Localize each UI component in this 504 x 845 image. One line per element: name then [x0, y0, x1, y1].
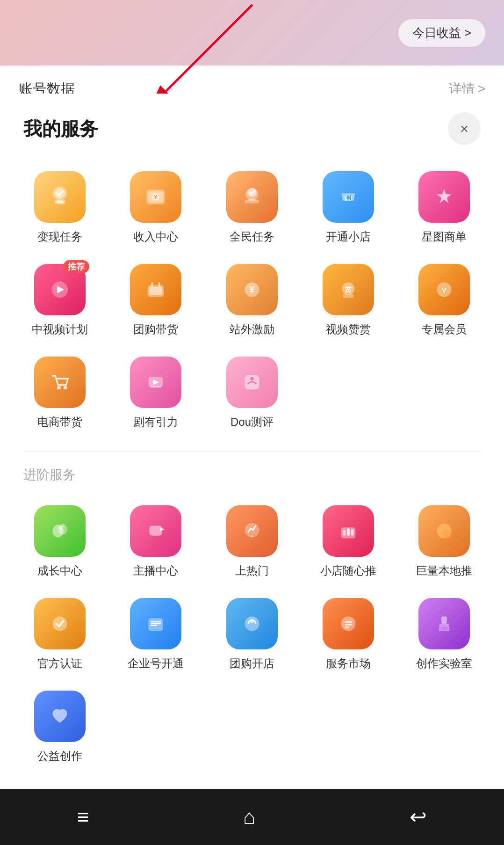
dou-review-icon	[226, 357, 278, 408]
service-item-star-order[interactable]: 星图商单	[398, 164, 490, 252]
bottom-nav: ≡ ⌂ ↩	[0, 789, 504, 845]
svg-point-56	[440, 626, 447, 630]
svg-point-50	[250, 619, 254, 623]
service-item-video-reward[interactable]: 赏视频赞赏	[302, 256, 394, 344]
service-market-icon	[323, 598, 374, 649]
star-order-label: 星图商单	[422, 229, 467, 244]
svg-rect-37	[150, 525, 162, 535]
back-button[interactable]: ↩	[410, 807, 427, 827]
shop-push-label: 小店随心推	[320, 563, 376, 578]
ecom-carry-icon	[34, 357, 86, 408]
service-item-mid-video[interactable]: 推荐中视频计划	[14, 256, 106, 344]
svg-point-32	[250, 377, 254, 380]
ecom-carry-label: 电商带货	[37, 415, 82, 430]
svg-rect-43	[347, 528, 350, 535]
service-item-drama-power[interactable]: 剧有引力	[110, 349, 202, 437]
exclusive-vip-label: 专属会员	[422, 322, 467, 337]
service-item-group-buy[interactable]: 团购带货	[110, 256, 202, 344]
section-divider	[23, 451, 481, 452]
svg-text:¥: ¥	[154, 194, 158, 200]
svg-text:V: V	[442, 287, 446, 294]
service-item-exclusive-vip[interactable]: V专属会员	[398, 256, 490, 344]
service-item-growth-center[interactable]: 成长中心	[14, 498, 106, 586]
svg-point-35	[59, 527, 62, 530]
service-item-enterprise[interactable]: 企业号开通	[110, 590, 202, 678]
income-center-label: 收入中心	[133, 229, 178, 244]
close-button[interactable]: ×	[448, 112, 481, 145]
svg-point-46	[442, 529, 451, 538]
enterprise-icon	[130, 598, 181, 649]
service-market-label: 服务市场	[326, 656, 371, 671]
svg-rect-11	[245, 200, 259, 204]
modal-panel: 我的服务 × 变现任务¥收入中心全民任务创开通小店星图商单推荐中视频计划团购带货…	[0, 94, 504, 789]
income-center-icon: ¥	[130, 171, 181, 223]
open-shop-icon: 创	[323, 171, 374, 223]
service-item-trending[interactable]: +上热门	[206, 498, 298, 586]
home-icon: ⌂	[243, 807, 256, 827]
modal-title: 我的服务	[23, 116, 98, 142]
svg-marker-38	[160, 527, 165, 531]
menu-button[interactable]: ≡	[77, 807, 89, 827]
growth-center-icon	[34, 505, 86, 557]
dou-review-label: Dou测评	[230, 415, 274, 430]
public-create-icon	[34, 691, 86, 742]
group-open-label: 团购开店	[230, 656, 274, 671]
svg-point-34	[58, 524, 67, 535]
svg-text:赏: 赏	[345, 285, 352, 293]
svg-rect-53	[345, 624, 352, 626]
svg-text:创: 创	[345, 195, 351, 201]
mid-video-icon: 推荐	[34, 264, 86, 315]
today-earnings-button[interactable]: 今日收益 >	[398, 19, 485, 47]
top-bar: 今日收益 >	[0, 0, 504, 66]
service-item-public-create[interactable]: 公益创作	[14, 683, 106, 771]
group-buy-icon	[130, 264, 181, 315]
service-item-shop-push[interactable]: 小店随心推	[302, 498, 394, 586]
advanced-services-grid: 成长中心主播中心+上热门小店随心推巨量本地推官方认证企业号开通团购开店服务市场创…	[0, 488, 504, 780]
service-item-create-lab[interactable]: 创作实验室	[398, 590, 490, 678]
enterprise-label: 企业号开通	[128, 656, 184, 671]
svg-point-27	[64, 386, 67, 390]
trending-icon: +	[226, 505, 278, 557]
service-item-local-push[interactable]: 巨量本地推	[398, 498, 490, 586]
exclusive-vip-icon: V	[418, 264, 470, 315]
svg-point-47	[52, 617, 67, 631]
growth-center-label: 成长中心	[37, 563, 82, 578]
svg-rect-48	[149, 618, 163, 631]
mid-video-label: 中视频计划	[32, 322, 88, 337]
service-item-cash-task[interactable]: 变现任务	[14, 164, 106, 252]
service-item-anchor-center[interactable]: 主播中心	[110, 498, 202, 586]
back-icon: ↩	[410, 807, 427, 827]
svg-rect-44	[351, 529, 353, 536]
svg-point-49	[245, 617, 259, 631]
all-task-icon	[226, 171, 278, 223]
official-cert-icon	[34, 598, 86, 649]
service-item-open-shop[interactable]: 创开通小店	[302, 164, 394, 252]
outside-incentive-label: 站外激励	[230, 322, 274, 337]
svg-text:¥: ¥	[249, 284, 255, 295]
service-item-dou-review[interactable]: Dou测评	[206, 349, 298, 437]
shop-push-icon	[323, 505, 374, 557]
svg-rect-23	[343, 294, 353, 298]
svg-rect-30	[151, 386, 161, 388]
open-shop-label: 开通小店	[326, 229, 371, 244]
service-item-official-cert[interactable]: 官方认证	[14, 590, 106, 678]
drama-power-label: 剧有引力	[133, 415, 178, 430]
svg-text:+: +	[251, 534, 253, 539]
service-item-all-task[interactable]: 全民任务	[206, 164, 298, 252]
service-item-group-open[interactable]: 团购开店	[206, 590, 298, 678]
service-item-outside-incentive[interactable]: ¥站外激励	[206, 256, 298, 344]
svg-point-26	[57, 386, 61, 390]
svg-rect-18	[150, 287, 162, 295]
mid-video-badge: 推荐	[63, 260, 89, 273]
service-item-ecom-carry[interactable]: 电商带货	[14, 349, 106, 437]
advanced-section-label: 进阶服务	[0, 457, 504, 488]
service-item-income-center[interactable]: ¥收入中心	[110, 164, 202, 252]
outside-incentive-icon: ¥	[226, 264, 278, 315]
svg-rect-42	[343, 530, 346, 536]
svg-rect-4	[56, 201, 63, 204]
service-item-service-market[interactable]: 服务市场	[302, 590, 394, 678]
video-reward-label: 视频赞赏	[326, 322, 371, 337]
cash-task-label: 变现任务	[37, 229, 82, 244]
anchor-center-label: 主播中心	[133, 563, 178, 578]
home-button[interactable]: ⌂	[243, 807, 256, 827]
